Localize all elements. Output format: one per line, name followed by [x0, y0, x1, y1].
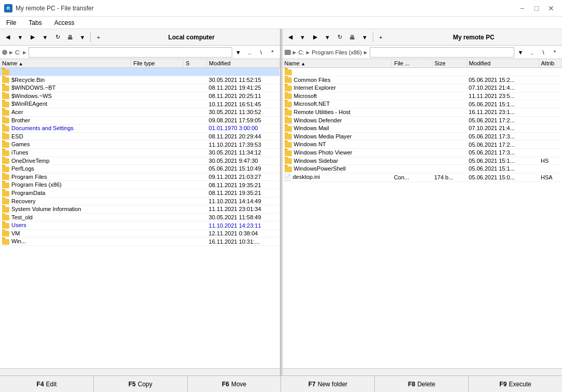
bottom-btn-f9[interactable]: F9 Execute: [469, 376, 562, 392]
local-address-input[interactable]: [29, 47, 232, 58]
folder-icon: [2, 191, 9, 197]
table-row[interactable]: iTunes30.05.2021 11:34:12: [0, 148, 279, 157]
local-addr-go[interactable]: ▼: [233, 47, 244, 58]
local-col-name[interactable]: Name: [0, 59, 131, 68]
remote-back-dropdown[interactable]: ▼: [297, 32, 308, 43]
menu-file[interactable]: File: [2, 18, 20, 27]
table-row[interactable]: $WinREAgent10.11.2021 16:51:45: [0, 100, 279, 108]
local-back-dropdown[interactable]: ▼: [15, 32, 26, 43]
table-row[interactable]: Windows NT05.06.2021 17:2...: [283, 141, 562, 149]
table-row[interactable]: Acer30.05.2021 11:30:52: [0, 108, 279, 116]
table-row[interactable]: Windows Media Player05.06.2021 17:3...: [283, 132, 562, 141]
table-row[interactable]: $Recycle.Bin30.05.2021 11:52:15: [0, 76, 279, 84]
table-row[interactable]: System Volume Information11.11.2021 23:0…: [0, 205, 279, 214]
minimize-button[interactable]: −: [515, 3, 529, 13]
bottom-btn-f7[interactable]: F7 New folder: [281, 376, 375, 392]
local-addr-up[interactable]: ..: [245, 47, 255, 58]
remote-back-button[interactable]: ◀: [285, 32, 296, 43]
table-row[interactable]: $Windows.~WS08.11.2021 20:25:11: [0, 92, 279, 100]
table-row[interactable]: [283, 68, 562, 76]
table-row[interactable]: ProgramData08.11.2021 19:35:21: [0, 189, 279, 197]
file-modified-cell: 05.06.2021 15:1...: [467, 100, 539, 108]
table-row[interactable]: Microsoft11.11.2021 23:5...: [283, 92, 562, 100]
remote-computer-dropdown[interactable]: ▼: [359, 32, 371, 43]
file-attrib-cell: [539, 165, 561, 173]
bottom-btn-f4[interactable]: F4 Edit: [0, 376, 94, 392]
close-button[interactable]: ✕: [544, 3, 558, 13]
file-modified-cell: 12.11.2021 0:38:04: [207, 229, 279, 237]
table-row[interactable]: Windows Photo Viewer05.06.2021 17:3...: [283, 148, 562, 157]
local-addr-sep[interactable]: \: [256, 47, 266, 58]
table-row[interactable]: Remote Utilities - Host16.11.2021 23:1..…: [283, 108, 562, 116]
table-row[interactable]: ESD08.11.2021 20:29:44: [0, 132, 279, 141]
remote-col-type[interactable]: File ...: [392, 59, 432, 68]
table-row[interactable]: Microsoft.NET05.06.2021 15:1...: [283, 100, 562, 108]
table-row[interactable]: Common Files05.06.2021 15:2...: [283, 76, 562, 84]
table-row[interactable]: Internet Explorer07.10.2021 21:4...: [283, 84, 562, 92]
remote-address-input[interactable]: [370, 47, 514, 58]
remote-forward-button[interactable]: ▶: [310, 32, 321, 43]
local-col-modified[interactable]: Modified: [207, 59, 279, 68]
menu-access[interactable]: Access: [50, 18, 79, 27]
remote-forward-dropdown[interactable]: ▼: [322, 32, 333, 43]
table-row[interactable]: Windows Defender05.06.2021 17:2...: [283, 116, 562, 124]
remote-file-list[interactable]: Name File ... Size Modified Attrib Commo…: [283, 59, 563, 368]
remote-col-size[interactable]: Size: [432, 59, 467, 68]
table-row[interactable]: [0, 68, 279, 76]
remote-addr-up[interactable]: ..: [527, 47, 537, 58]
remote-col-modified[interactable]: Modified: [467, 59, 539, 68]
local-new-button[interactable]: +: [93, 32, 104, 43]
table-row[interactable]: Win...16.11.2021 10:31:...: [0, 237, 279, 246]
local-forward-button[interactable]: ▶: [27, 32, 38, 43]
table-row[interactable]: Windows Sidebar05.06.2021 15:1...HS: [283, 157, 562, 165]
bottom-btn-f5[interactable]: F5 Copy: [94, 376, 188, 392]
remote-new-button[interactable]: +: [375, 32, 387, 43]
table-row[interactable]: PerfLogs05.06.2021 15:10:49: [0, 165, 279, 173]
file-name-cell: ProgramData: [0, 189, 131, 197]
maximize-button[interactable]: □: [530, 3, 543, 13]
remote-addr-go[interactable]: ▼: [515, 47, 526, 58]
file-modified-cell: 08.11.2021 20:25:11: [207, 92, 279, 100]
table-row[interactable]: Recovery11.10.2021 14:14:49: [0, 197, 279, 205]
file-modified-cell: [207, 68, 279, 76]
remote-computer-button[interactable]: 🖶: [347, 32, 358, 43]
table-row[interactable]: WindowsPowerShell05.06.2021 15:1...: [283, 165, 562, 173]
table-row[interactable]: VM12.11.2021 0:38:04: [0, 229, 279, 237]
local-back-button[interactable]: ◀: [2, 32, 13, 43]
local-refresh-button[interactable]: ↻: [52, 32, 63, 43]
table-row[interactable]: Games11.10.2021 17:39:53: [0, 141, 279, 149]
file-attrib-cell: [539, 92, 561, 100]
file-type-cell: [131, 84, 184, 92]
table-row[interactable]: Program Files (x86)08.11.2021 19:35:21: [0, 181, 279, 189]
bottom-btn-f6[interactable]: F6 Move: [188, 376, 282, 392]
local-col-size[interactable]: S: [184, 59, 207, 68]
file-type-cell: [131, 173, 184, 181]
table-row[interactable]: Program Files09.11.2021 21:03:27: [0, 173, 279, 181]
remote-refresh-button[interactable]: ↻: [334, 32, 346, 43]
remote-addr-sep[interactable]: \: [538, 47, 549, 58]
remote-col-name[interactable]: Name: [283, 59, 392, 68]
menu-tabs[interactable]: Tabs: [24, 18, 46, 27]
local-hscroll[interactable]: [0, 368, 280, 375]
remote-col-attrib[interactable]: Attrib: [539, 59, 561, 68]
table-row[interactable]: Documents and Settings01.01.1970 3:00:00: [0, 124, 279, 133]
table-row[interactable]: Users11.10.2021 14:23:11: [0, 221, 279, 230]
remote-hscroll[interactable]: [283, 368, 563, 375]
table-row[interactable]: 📄desktop.iniCon...174 b...05.06.2021 15:…: [283, 173, 562, 181]
title-bar-left: R My remote PC - File transfer: [4, 4, 94, 12]
local-computer-button[interactable]: 🖶: [64, 32, 76, 43]
table-row[interactable]: Test_old30.05.2021 11:58:49: [0, 213, 279, 221]
remote-addr-star[interactable]: *: [550, 47, 560, 58]
local-col-type[interactable]: File type: [131, 59, 184, 68]
file-size-cell: [432, 148, 467, 157]
local-forward-dropdown[interactable]: ▼: [39, 32, 51, 43]
table-row[interactable]: Brother09.08.2021 17:59:05: [0, 116, 279, 124]
local-addr-star[interactable]: *: [268, 47, 278, 58]
table-row[interactable]: Windows Mail07.10.2021 21:4...: [283, 124, 562, 133]
local-file-list[interactable]: Name File type S Modified $Recycle.Bin30…: [0, 59, 280, 368]
file-type-cell: [131, 100, 184, 108]
table-row[interactable]: $WINDOWS.~BT08.11.2021 19:41:25: [0, 84, 279, 92]
local-computer-dropdown[interactable]: ▼: [77, 32, 88, 43]
bottom-btn-f8[interactable]: F8 Delete: [375, 376, 469, 392]
table-row[interactable]: OneDriveTemp30.05.2021 9:47:30: [0, 157, 279, 165]
